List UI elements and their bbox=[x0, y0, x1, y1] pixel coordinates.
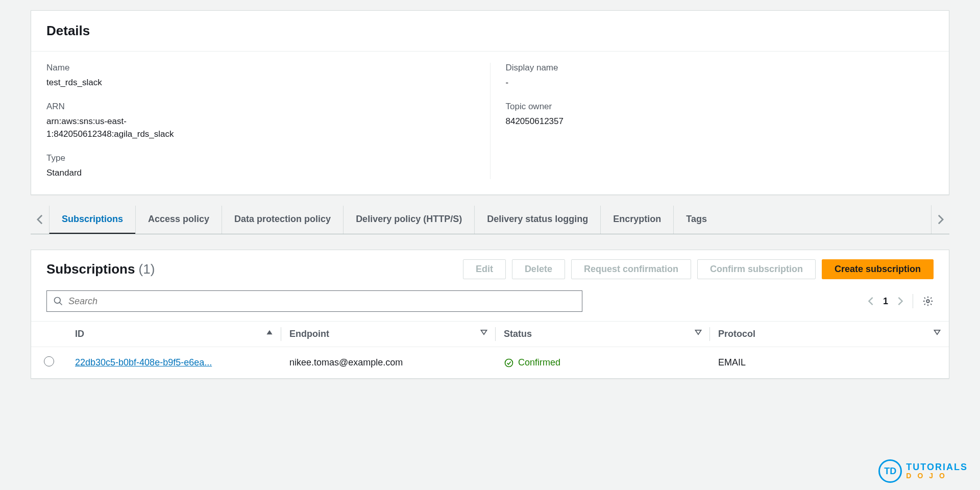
watermark-line1: TUTORIALS bbox=[906, 462, 968, 472]
watermark-line2: DOJO bbox=[906, 472, 968, 480]
subscription-id-link[interactable]: 22db30c5-b0bf-408e-b9f5-e6ea... bbox=[75, 357, 212, 368]
details-panel: Details Name test_rds_slack ARN arn:aws:… bbox=[31, 10, 949, 195]
sort-icon bbox=[480, 329, 487, 336]
tab-delivery-policy[interactable]: Delivery policy (HTTP/S) bbox=[343, 206, 474, 234]
field-topic-owner-label: Topic owner bbox=[506, 102, 934, 112]
column-select bbox=[31, 322, 67, 347]
field-display-name-value: - bbox=[506, 76, 934, 89]
tab-access-policy[interactable]: Access policy bbox=[135, 206, 222, 234]
field-arn-label: ARN bbox=[46, 102, 475, 112]
pagination-current: 1 bbox=[883, 296, 888, 307]
check-circle-icon bbox=[504, 358, 514, 368]
column-id-label: ID bbox=[75, 329, 84, 339]
field-topic-owner: Topic owner 842050612357 bbox=[506, 102, 934, 128]
watermark-text: TUTORIALS DOJO bbox=[906, 462, 968, 480]
subscriptions-actions: Edit Delete Request confirmation Confirm… bbox=[463, 259, 934, 279]
tab-tags[interactable]: Tags bbox=[673, 206, 719, 234]
subscriptions-panel: Subscriptions (1) Edit Delete Request co… bbox=[31, 250, 949, 379]
create-subscription-button[interactable]: Create subscription bbox=[822, 259, 934, 279]
svg-point-2 bbox=[926, 300, 929, 303]
field-arn: ARN arn:aws:sns:us-east-1:842050612348:a… bbox=[46, 102, 475, 141]
tab-delivery-status-logging[interactable]: Delivery status logging bbox=[474, 206, 600, 234]
column-protocol-label: Protocol bbox=[718, 329, 755, 339]
search-box[interactable] bbox=[46, 290, 582, 312]
tabs-container: Subscriptions Access policy Data protect… bbox=[31, 205, 949, 234]
subscriptions-title: Subscriptions (1) bbox=[46, 261, 155, 277]
details-col-left: Name test_rds_slack ARN arn:aws:sns:us-e… bbox=[46, 63, 491, 179]
row-select-radio[interactable] bbox=[44, 356, 54, 366]
field-type-label: Type bbox=[46, 153, 475, 163]
field-arn-value: arn:aws:sns:us-east-1:842050612348:agila… bbox=[46, 115, 230, 141]
gear-icon bbox=[922, 296, 934, 307]
subscription-protocol: EMAIL bbox=[718, 357, 746, 368]
pagination-next-button[interactable] bbox=[897, 296, 903, 306]
status-text: Confirmed bbox=[518, 357, 560, 368]
column-endpoint-label: Endpoint bbox=[289, 329, 329, 339]
column-endpoint[interactable]: Endpoint bbox=[281, 322, 496, 347]
table-row[interactable]: 22db30c5-b0bf-408e-b9f5-e6ea... nikee.to… bbox=[31, 347, 949, 379]
svg-point-3 bbox=[505, 359, 513, 366]
svg-line-1 bbox=[60, 303, 62, 305]
field-name-value: test_rds_slack bbox=[46, 76, 475, 89]
edit-button[interactable]: Edit bbox=[463, 259, 506, 279]
field-topic-owner-value: 842050612357 bbox=[506, 115, 934, 128]
details-title: Details bbox=[46, 23, 934, 39]
tabs-scroll-left-button[interactable] bbox=[31, 205, 49, 234]
column-status-label: Status bbox=[504, 329, 532, 339]
subscriptions-count: (1) bbox=[139, 261, 155, 277]
status-badge: Confirmed bbox=[504, 357, 702, 368]
divider bbox=[913, 294, 913, 308]
column-protocol[interactable]: Protocol bbox=[710, 322, 949, 347]
subscription-endpoint: nikee.tomas@example.com bbox=[289, 357, 403, 368]
request-confirmation-button[interactable]: Request confirmation bbox=[571, 259, 691, 279]
svg-point-0 bbox=[55, 298, 61, 304]
field-display-name-label: Display name bbox=[506, 63, 934, 73]
table-header-row: ID Endpoint Status bbox=[31, 322, 949, 347]
confirm-subscription-button[interactable]: Confirm subscription bbox=[697, 259, 816, 279]
pagination: 1 bbox=[868, 294, 934, 308]
tabs-scroll-right-button[interactable] bbox=[931, 205, 949, 234]
subscriptions-header: Subscriptions (1) Edit Delete Request co… bbox=[31, 250, 949, 290]
pagination-prev-button[interactable] bbox=[868, 296, 874, 306]
subscriptions-title-text: Subscriptions bbox=[46, 261, 135, 277]
tab-data-protection-policy[interactable]: Data protection policy bbox=[222, 206, 343, 234]
sort-icon bbox=[934, 329, 941, 336]
tabs-list: Subscriptions Access policy Data protect… bbox=[49, 206, 931, 234]
table-preferences-button[interactable] bbox=[922, 296, 934, 307]
sort-asc-icon bbox=[266, 329, 273, 336]
chevron-left-icon bbox=[36, 214, 43, 225]
sort-icon bbox=[695, 329, 702, 336]
details-body: Name test_rds_slack ARN arn:aws:sns:us-e… bbox=[31, 52, 949, 194]
column-id[interactable]: ID bbox=[67, 322, 281, 347]
watermark-badge: TD bbox=[878, 459, 902, 483]
watermark: TD TUTORIALS DOJO bbox=[878, 459, 968, 483]
subscriptions-toolbar: 1 bbox=[31, 290, 949, 321]
subscriptions-table: ID Endpoint Status bbox=[31, 321, 949, 378]
tab-encryption[interactable]: Encryption bbox=[600, 206, 673, 234]
field-display-name: Display name - bbox=[506, 63, 934, 89]
column-status[interactable]: Status bbox=[496, 322, 710, 347]
delete-button[interactable]: Delete bbox=[512, 259, 565, 279]
field-type: Type Standard bbox=[46, 153, 475, 180]
chevron-right-icon bbox=[897, 296, 903, 306]
chevron-left-icon bbox=[868, 296, 874, 306]
details-col-right: Display name - Topic owner 842050612357 bbox=[491, 63, 934, 179]
field-name: Name test_rds_slack bbox=[46, 63, 475, 89]
field-name-label: Name bbox=[46, 63, 475, 73]
field-type-value: Standard bbox=[46, 166, 475, 180]
details-panel-header: Details bbox=[31, 11, 949, 52]
tab-subscriptions[interactable]: Subscriptions bbox=[49, 206, 135, 234]
search-icon bbox=[53, 296, 63, 306]
chevron-right-icon bbox=[937, 214, 944, 225]
search-input[interactable] bbox=[68, 296, 576, 307]
